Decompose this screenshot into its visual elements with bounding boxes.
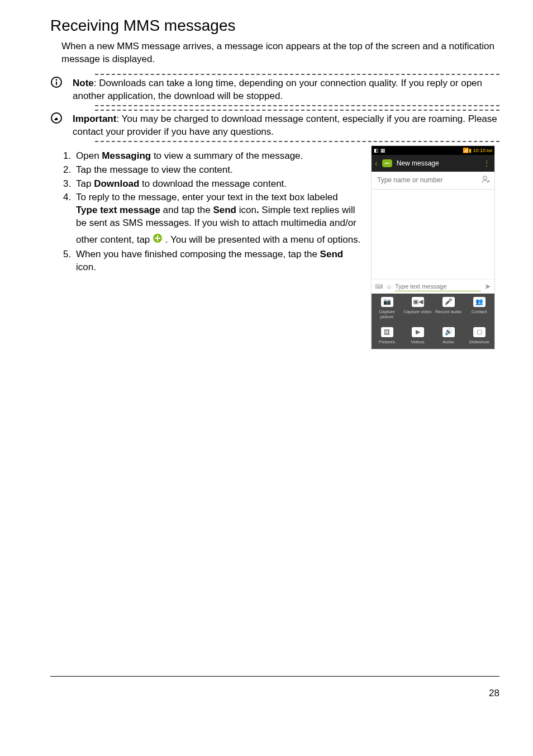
page-number: 28 (489, 688, 499, 699)
label: Contact (472, 309, 487, 314)
play-icon: ▶ (412, 327, 424, 337)
t: When you have finished composing the mes… (76, 249, 320, 259)
t: Tap (76, 178, 94, 189)
attach-capture-picture[interactable]: 📷Capture picture (372, 294, 402, 324)
t: To reply to the message, enter your text… (76, 192, 338, 202)
note-label: Note (73, 78, 94, 88)
message-body-area (372, 190, 494, 279)
phone-statusbar: ◧ ▦ 📶▮ 10:10 AM (372, 146, 494, 155)
overflow-menu-icon[interactable]: ⋮ (483, 159, 491, 168)
dashed-divider (95, 105, 499, 106)
t: icon (236, 205, 256, 215)
phone-screenshot: ◧ ▦ 📶▮ 10:10 AM ‹ ••• New message ⋮ (371, 145, 495, 349)
t: Send (213, 205, 236, 215)
important-body: : You may be charged to download message… (73, 114, 497, 137)
t: Download (94, 178, 139, 189)
svg-rect-2 (56, 82, 57, 85)
statusbar-left-icons: ◧ ▦ (374, 148, 386, 153)
attach-audio[interactable]: 🔊Audio (433, 324, 464, 349)
back-icon[interactable]: ‹ (375, 159, 378, 168)
attachment-grid: 📷Capture picture ▣◀Capture video 🎤Record… (372, 294, 494, 349)
note-body: : Downloads can take a long time, depend… (73, 78, 482, 101)
t: and tap the (160, 205, 213, 215)
step-4-continued: other content, tap . You will be present… (76, 233, 361, 247)
label: Slideshow (469, 339, 489, 344)
attach-pictures[interactable]: 🖼Pictures (372, 324, 402, 349)
step-3: Tap Download to download the message con… (74, 178, 361, 191)
slideshow-icon: ▢ (473, 327, 486, 337)
add-contact-icon[interactable] (481, 175, 490, 186)
label: Audio (442, 339, 454, 344)
contact-icon: 👥 (473, 297, 486, 307)
t: Type text message (76, 205, 160, 215)
recipient-input[interactable] (376, 176, 481, 185)
send-icon[interactable]: ➤ (484, 282, 491, 291)
t: Messaging (102, 150, 151, 161)
microphone-icon: 🎤 (442, 297, 455, 307)
camera-icon: 📷 (381, 297, 393, 307)
label: Videos (411, 339, 424, 344)
video-camera-icon: ▣◀ (412, 297, 424, 307)
note-text: Note: Downloads can take a long time, de… (73, 77, 499, 103)
screen-title: New message (397, 159, 439, 167)
emoji-icon[interactable]: ☺ (386, 284, 392, 290)
important-callout: Important: You may be charged to downloa… (50, 110, 499, 142)
step-5: When you have finished composing the mes… (74, 248, 361, 274)
plus-icon (153, 233, 163, 247)
dashed-divider (95, 110, 499, 111)
statusbar-right: 📶▮ 10:10 AM (463, 148, 492, 153)
label: Capture video (404, 309, 432, 314)
important-text: Important: You may be charged to downloa… (73, 113, 499, 139)
intro-text: When a new MMS message arrives, a messag… (61, 40, 499, 66)
step-1: Open Messaging to view a summary of the … (74, 150, 361, 163)
footer-divider (50, 676, 499, 677)
svg-point-7 (483, 176, 487, 179)
t: icon. (76, 262, 96, 272)
keyboard-icon[interactable]: ⌨ (375, 284, 383, 290)
phone-titlebar: ‹ ••• New message ⋮ (372, 155, 494, 172)
note-callout: Note: Downloads can take a long time, de… (50, 74, 499, 106)
speaker-icon: 🔊 (442, 327, 455, 337)
dashed-divider (95, 74, 499, 75)
dashed-divider (95, 141, 499, 142)
t: . You will be presented with a menu of o… (165, 234, 361, 245)
step-4: To reply to the message, enter your text… (74, 191, 361, 247)
t: other content, tap (76, 234, 153, 245)
messaging-app-icon: ••• (382, 159, 392, 167)
t: to view a summary of the message. (151, 150, 303, 161)
important-label: Important (73, 114, 116, 124)
label: Record audio (435, 309, 462, 314)
statusbar-time: 10:10 (473, 148, 486, 153)
recipient-field[interactable] (372, 172, 494, 190)
label: Pictures (379, 339, 395, 344)
info-icon (50, 76, 63, 91)
pin-icon (50, 112, 63, 126)
compose-input[interactable] (395, 282, 481, 291)
picture-icon: 🖼 (381, 327, 393, 337)
attach-capture-video[interactable]: ▣◀Capture video (402, 294, 433, 324)
attach-contact[interactable]: 👥Contact (464, 294, 494, 324)
attach-record-audio[interactable]: 🎤Record audio (433, 294, 464, 324)
steps-list: Open Messaging to view a summary of the … (50, 150, 361, 274)
svg-point-1 (56, 79, 58, 81)
compose-row: ⌨ ☺ ➤ (372, 279, 494, 294)
t: Open (76, 150, 102, 161)
t: to download the message content. (139, 178, 287, 189)
attach-videos[interactable]: ▶Videos (402, 324, 433, 349)
section-heading: Receiving MMS messages (50, 17, 499, 35)
step-2: Tap the message to view the content. (74, 164, 361, 177)
attach-slideshow[interactable]: ▢Slideshow (464, 324, 494, 349)
label: Capture picture (379, 309, 394, 319)
svg-rect-6 (155, 238, 160, 239)
t: Send (320, 249, 344, 259)
